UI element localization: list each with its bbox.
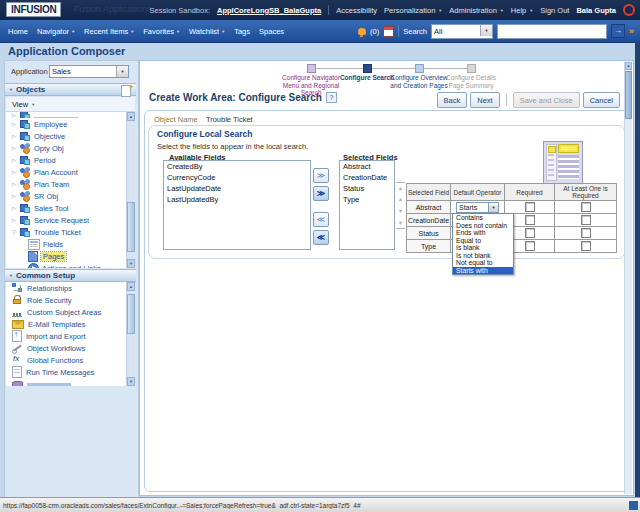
list-item[interactable]: Type	[340, 194, 394, 205]
tree-expand-icon[interactable]: ▷	[11, 133, 17, 139]
scroll-up-icon[interactable]: ▲	[127, 282, 135, 291]
list-item[interactable]: CreationDate	[340, 172, 394, 183]
help-menu[interactable]: Help▼	[511, 6, 533, 15]
tree-scrollbar[interactable]: ▲ ▼	[126, 112, 135, 268]
back-button[interactable]: Back	[437, 92, 468, 108]
list-item[interactable]: LastUpdatedBy	[164, 194, 310, 205]
search-go-button[interactable]: →	[611, 24, 625, 38]
tree-item-employee[interactable]: ▷Employee	[6, 118, 135, 130]
tree-item-sr-obj[interactable]: ▷SR Obj	[6, 190, 135, 202]
at-least-one-checkbox[interactable]	[581, 202, 591, 212]
sign-out-link[interactable]: Sign Out	[540, 6, 569, 15]
selected-fields-listbox[interactable]: Abstract CreationDate Status Type	[339, 160, 395, 250]
tree-item-plan-team[interactable]: ▷Plan Team	[6, 178, 135, 190]
train-stop-3-marker[interactable]	[415, 64, 424, 73]
scroll-down-icon[interactable]: ▼	[127, 377, 135, 386]
nav-tags[interactable]: Tags	[234, 27, 250, 36]
list-item[interactable]: CurrencyCode	[164, 172, 310, 183]
next-button[interactable]: Next	[470, 92, 499, 108]
operator-combobox[interactable]: Starts with ▼	[456, 202, 499, 213]
tree-item-plan-account[interactable]: ▷Plan Account	[6, 166, 135, 178]
at-least-one-checkbox[interactable]	[581, 241, 591, 251]
scrollbar-thumb[interactable]	[127, 202, 135, 252]
tree-expand-icon[interactable]: ▷	[11, 169, 17, 175]
view-menu-button[interactable]: View ▼	[6, 97, 135, 112]
tree-item-service-request[interactable]: ▷Service Request	[6, 214, 135, 226]
help-icon[interactable]: ?	[326, 92, 337, 103]
train-stop-1-marker[interactable]	[307, 64, 316, 73]
chevron-down-icon[interactable]: ▼	[116, 66, 128, 77]
scroll-up-icon[interactable]: ▲	[127, 112, 135, 121]
at-least-one-checkbox[interactable]	[581, 215, 591, 225]
tree-expand-icon[interactable]: ▷	[11, 112, 17, 118]
tree-expand-icon[interactable]: ▷	[11, 181, 17, 187]
resize-grip[interactable]	[629, 501, 638, 510]
list-item[interactable]: Status	[340, 183, 394, 194]
new-object-icon[interactable]	[121, 85, 131, 97]
remove-all-button[interactable]: ≪	[313, 230, 329, 245]
nav-navigator[interactable]: Navigator▼	[37, 27, 75, 36]
required-checkbox[interactable]	[525, 228, 535, 238]
cancel-button[interactable]: Cancel	[583, 92, 620, 108]
required-checkbox[interactable]	[525, 241, 535, 251]
move-selected-button[interactable]: ≫	[313, 168, 329, 183]
list-item[interactable]: CreatedBy	[164, 161, 310, 172]
common-item-run-time-messages[interactable]: Run Time Messages	[6, 366, 135, 378]
advanced-search-icon[interactable]: »	[629, 26, 634, 36]
nav-watchlist[interactable]: Watchlist▼	[189, 27, 225, 36]
train-stop-3-label[interactable]: Configure Overview and Creation Pages	[389, 74, 449, 89]
dropdown-option-selected[interactable]: Starts with	[453, 267, 513, 275]
common-item-partial[interactable]	[6, 378, 135, 386]
common-item-import-and-export[interactable]: Import and Export	[6, 330, 135, 342]
tree-item-period[interactable]: ▷Period	[6, 154, 135, 166]
nav-recent-items[interactable]: Recent Items▼	[84, 27, 134, 36]
personalization-menu[interactable]: Personalization▼	[384, 6, 442, 15]
required-checkbox[interactable]	[525, 202, 535, 212]
common-item-object-workflows[interactable]: Object Workflows	[6, 342, 135, 354]
tree-item-opty-obj[interactable]: ▷Opty Obj	[6, 142, 135, 154]
scrollbar-thumb[interactable]	[625, 71, 632, 119]
available-fields-listbox[interactable]: CreatedBy CurrencyCode LastUpdateDate La…	[163, 160, 311, 250]
train-stop-2-label[interactable]: Configure Search	[337, 74, 397, 82]
common-item-relationships[interactable]: Relationships	[6, 282, 135, 294]
dropdown-option[interactable]: Is not blank	[453, 252, 513, 260]
tree-item-pages[interactable]: Pages	[6, 250, 135, 262]
dropdown-option[interactable]: Contains	[453, 214, 513, 222]
tree-expand-icon[interactable]: ▷	[11, 205, 17, 211]
calendar-icon[interactable]	[383, 26, 394, 37]
tree-item-fields[interactable]: Fields	[6, 238, 135, 250]
scroll-down-icon[interactable]: ▼	[127, 259, 135, 268]
search-input[interactable]	[497, 24, 607, 39]
chevron-down-icon[interactable]: ▼	[488, 202, 499, 213]
dropdown-option[interactable]: Does not contain	[453, 222, 513, 230]
common-setup-panel-header[interactable]: ▼ Common Setup	[5, 269, 136, 282]
tree-item-sales-tool[interactable]: ▷Sales Tool	[6, 202, 135, 214]
tree-item-objective[interactable]: ▷Objective	[6, 130, 135, 142]
scrollbar-thumb[interactable]	[127, 294, 135, 334]
common-item-custom-subject-areas[interactable]: Custom Subject Areas	[6, 306, 135, 318]
common-item-email-templates[interactable]: E-Mail Templates	[6, 318, 135, 330]
required-checkbox[interactable]	[525, 215, 535, 225]
tree-expand-icon[interactable]: ▷	[11, 157, 17, 163]
dropdown-option[interactable]: Equal to	[453, 237, 513, 245]
move-all-button[interactable]: ≫	[313, 186, 329, 201]
list-item[interactable]: LastUpdateDate	[164, 183, 310, 194]
administration-menu[interactable]: Administration▼	[449, 6, 504, 15]
tree-item-trouble-ticket[interactable]: ▽Trouble Ticket	[6, 226, 135, 238]
dropdown-option[interactable]: Is blank	[453, 244, 513, 252]
tree-expand-icon[interactable]: ▷	[11, 145, 17, 151]
scroll-up-icon[interactable]: ▲	[625, 62, 632, 70]
main-scrollbar[interactable]: ▲	[624, 62, 632, 494]
alerts-bell-icon[interactable]	[358, 28, 366, 35]
objects-panel-header[interactable]: ▼ Objects	[5, 83, 136, 96]
tree-expand-icon[interactable]: ▷	[11, 121, 17, 127]
chevron-down-icon[interactable]: ▼	[480, 25, 492, 36]
nav-spaces[interactable]: Spaces	[259, 27, 284, 36]
train-stop-2-marker-current[interactable]	[363, 64, 372, 73]
search-scope-select[interactable]: All▼	[431, 24, 493, 39]
common-list-scrollbar[interactable]: ▲ ▼	[126, 282, 135, 386]
tree-item-actions-and-links[interactable]: Actions and Links	[6, 262, 135, 268]
operator-combobox-value[interactable]: Starts with	[456, 202, 488, 213]
tree-expand-icon[interactable]: ▷	[11, 193, 17, 199]
dropdown-option[interactable]: Not equal to	[453, 259, 513, 267]
